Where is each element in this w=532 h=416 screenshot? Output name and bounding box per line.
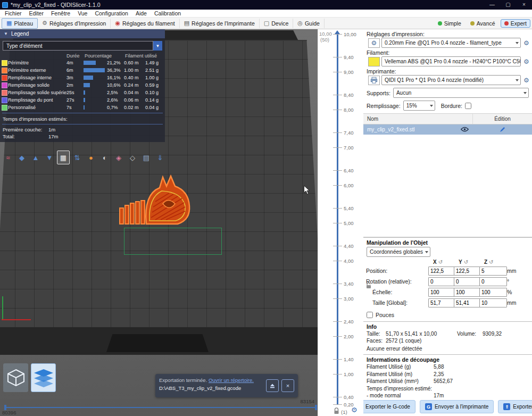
legend-toggle-icon[interactable]: ▤ xyxy=(140,151,153,164)
tab-filament-settings[interactable]: ◉ Réglages du filament xyxy=(111,19,179,28)
mode-expert[interactable]: Expert xyxy=(501,19,530,28)
mode-advanced[interactable]: Avancé xyxy=(467,19,499,28)
retractions-icon[interactable]: ▲ xyxy=(29,151,42,164)
lock-icon[interactable] xyxy=(334,407,339,414)
object-list-area[interactable] xyxy=(363,135,532,237)
reset-z-icon[interactable]: ↺ xyxy=(489,259,493,265)
legend-row[interactable]: Remplissage du pont 27s 2,6% 0.06 m 0.14… xyxy=(0,96,165,104)
legend-row[interactable]: Périmètre 4m 21,2% 0.60 m 1.49 g xyxy=(0,59,165,66)
object-row-selected[interactable]: my_clip_v2_fixed.stl xyxy=(363,124,532,135)
travel-moves-icon[interactable]: ≈ xyxy=(2,151,14,164)
gcode-preview-viewport[interactable]: ▼ Legend Type d'élément ▼ Durée Pourcent… xyxy=(0,29,318,416)
edit-print-settings-gear-icon[interactable]: ⚙ xyxy=(522,39,530,47)
legend-header[interactable]: ▼ Legend xyxy=(0,29,165,38)
pause-prints-icon[interactable]: ◐ xyxy=(98,151,111,164)
minimize-button[interactable]: — xyxy=(484,0,500,10)
supports-combobox[interactable]: Aucun xyxy=(393,88,529,98)
custom-gcodes-icon[interactable]: ◈ xyxy=(112,151,125,164)
edit-printer-gear-icon[interactable]: ⚙ xyxy=(522,77,530,84)
x-value-input[interactable] xyxy=(428,267,456,276)
deretractions-icon[interactable]: ▼ xyxy=(43,151,56,164)
view-type-dropdown[interactable]: Type d'élément ▼ xyxy=(3,41,162,51)
reset-x-icon[interactable]: ↺ xyxy=(438,259,443,265)
brim-label: Bordure: xyxy=(441,103,462,109)
y-value-input[interactable] xyxy=(454,288,481,297)
menu-item[interactable]: Vue xyxy=(74,10,91,16)
sliced-model[interactable] xyxy=(117,172,194,237)
y-value-input[interactable] xyxy=(454,298,481,307)
y-value-input[interactable] xyxy=(454,277,481,286)
close-button[interactable]: × xyxy=(516,0,532,10)
color-changes-icon[interactable]: ● xyxy=(85,151,97,164)
menu-item[interactable]: Configuration xyxy=(91,10,131,16)
inches-checkbox[interactable] xyxy=(367,312,373,318)
print-settings-combobox[interactable]: 0.20mm Fine @Q1 Pro 0.4 nozzle - filamen… xyxy=(381,38,521,48)
tab-icon: ▤ xyxy=(184,20,189,26)
menu-item[interactable]: Aide xyxy=(132,10,151,16)
seams-icon[interactable]: ▦ xyxy=(57,151,70,164)
edit-filament-gear-icon[interactable]: ⚙ xyxy=(522,58,530,65)
x-value-input[interactable] xyxy=(428,298,456,307)
mode-simple[interactable]: Simple xyxy=(434,19,465,28)
horizontal-move-slider[interactable] xyxy=(4,406,317,409)
open-folder-link[interactable]: Ouvrir un répertoire. xyxy=(209,377,254,383)
slider-settings-gear-icon[interactable]: ⚙ xyxy=(351,406,358,414)
x-value-input[interactable] xyxy=(428,288,456,297)
editor-3d-view-button[interactable] xyxy=(3,363,28,392)
eject-button[interactable] xyxy=(266,379,279,392)
maximize-button[interactable]: ▢ xyxy=(500,0,516,10)
tab-printer-settings[interactable]: ▤ Réglages de l'Imprimante xyxy=(180,19,260,28)
tab-icon: ▢ xyxy=(264,20,269,26)
visibility-eye-icon[interactable] xyxy=(461,127,469,133)
z-value-input[interactable] xyxy=(479,298,507,307)
menu-item[interactable]: Calibration xyxy=(151,10,185,16)
manipulation-title: Manipulation de l'Objet xyxy=(367,239,529,246)
send-to-printer-button[interactable]: G Envoyer à l'imprimante xyxy=(420,400,494,413)
legend-row[interactable]: Remplissage solide supérieur 25s 2,5% 0.… xyxy=(0,89,165,96)
y-value-input[interactable] xyxy=(454,267,481,276)
feature-color-swatch xyxy=(2,75,7,81)
tool-changes-icon[interactable]: ⇅ xyxy=(71,151,84,164)
layer-slider-track[interactable] xyxy=(337,34,338,405)
uni-scale-lock-icon[interactable] xyxy=(366,282,371,289)
legend-row[interactable]: Périmètre externe 6m 36,3% 1.00 m 2.51 g xyxy=(0,66,165,74)
legend-row[interactable]: Personnalisé 7s 0,7% 0.02 m 0.04 g xyxy=(0,104,165,111)
collapse-toolbar-icon[interactable]: ⇓ xyxy=(154,151,167,164)
ruler-tick: 9,40 xyxy=(333,54,354,60)
preview-view-button[interactable] xyxy=(31,363,56,392)
brim-checkbox[interactable] xyxy=(465,103,471,109)
infill-combobox[interactable]: 15% xyxy=(403,101,435,111)
z-value-input[interactable] xyxy=(479,267,507,276)
edit-object-icon[interactable] xyxy=(472,127,532,132)
dismiss-notification-button[interactable]: × xyxy=(281,379,294,392)
coordinates-combobox[interactable]: Coordonnées globales xyxy=(367,247,430,257)
export-path: D:\ABS_T3_my_clip_v2_fixed.gcode xyxy=(159,385,263,391)
hslider-right-handle[interactable] xyxy=(315,405,317,410)
filament-color-swatch[interactable] xyxy=(368,57,380,66)
export-all-button[interactable]: ⇑ Exporter xyxy=(498,400,532,413)
tab-guide[interactable]: ◎ Guide xyxy=(293,19,325,28)
tab-device[interactable]: ▢ Device xyxy=(260,19,294,28)
ruler-tick: 5,00 xyxy=(333,220,354,226)
x-value-input[interactable] xyxy=(428,277,456,286)
printer-combobox[interactable]: QIDI Q1 Pro * Q1 Pro 0.4 nozzle (modifié… xyxy=(381,75,521,85)
z-value-input[interactable] xyxy=(479,277,507,286)
tab-plateau[interactable]: ▦ Plateau xyxy=(2,18,38,29)
shells-icon[interactable]: ◇ xyxy=(126,151,139,164)
z-value-input[interactable] xyxy=(479,288,507,297)
chevron-down-icon[interactable]: ▼ xyxy=(153,41,162,51)
tab-label: Réglages d'Impression xyxy=(49,20,106,27)
titlebar: *my_clip_v2_fixed - QIDISlicer-1.1.0 — ▢… xyxy=(0,0,532,10)
legend-row[interactable]: Remplissage interne 3m 16,1% 0.40 m 1.00… xyxy=(0,74,165,81)
export-gcode-button[interactable]: Exporter le G-code xyxy=(363,400,415,413)
wipe-icon[interactable]: ◆ xyxy=(15,151,28,164)
menu-item[interactable]: Fenêtre xyxy=(47,10,74,16)
filament-combobox[interactable]: Velleman ABS @Q1 Pro 0.4 nozzle - H240°C… xyxy=(381,56,521,66)
collapse-legend-icon[interactable]: ▼ xyxy=(4,31,8,36)
menu-item[interactable]: Editer xyxy=(26,10,47,16)
reset-y-icon[interactable]: ↺ xyxy=(464,259,468,265)
tab-print-settings[interactable]: ⚙ Réglages d'Impression xyxy=(38,19,111,28)
menu-item[interactable]: Fichier xyxy=(1,10,26,16)
legend-row[interactable]: Remplissage solide 2m 10,6% 0.24 m 0.59 … xyxy=(0,81,165,89)
tab-label: Réglages de l'Imprimante xyxy=(192,20,255,27)
